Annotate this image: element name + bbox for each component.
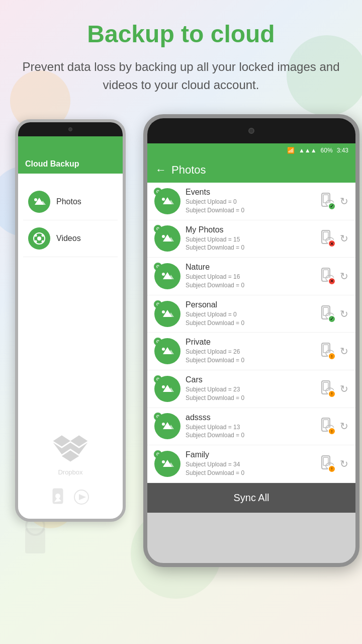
photo-name: My Photos bbox=[186, 225, 311, 234]
photos-icon bbox=[28, 191, 50, 213]
svg-point-71 bbox=[162, 385, 165, 388]
phones-area: Cloud Backup Photos bbox=[0, 114, 362, 582]
battery-text: 60% bbox=[321, 147, 333, 154]
front-app-header: ← Photos bbox=[147, 157, 355, 183]
photo-item[interactable]: ⚙ Cars Subject Upload = 23Subject Downlo… bbox=[147, 370, 355, 408]
photo-item[interactable]: ⚙ Nature Subject Upload = 16Subject Down… bbox=[147, 258, 355, 295]
photo-info: adssss Subject Upload = 13Subject Downlo… bbox=[186, 413, 311, 440]
svg-point-43 bbox=[162, 235, 165, 238]
status-dot: ↑ bbox=[328, 427, 336, 435]
cloud-icon-wrap: ✓ bbox=[316, 305, 336, 323]
photo-icon-wrap: ⚙ bbox=[154, 338, 180, 364]
svg-point-25 bbox=[42, 240, 44, 243]
cloud-icon-wrap: ↑ bbox=[316, 417, 336, 435]
svg-rect-59 bbox=[323, 307, 328, 315]
sync-all-bar[interactable]: Sync All bbox=[147, 483, 355, 513]
photo-actions: ✓ ↻ bbox=[316, 305, 348, 323]
cloud-icon-wrap: ✓ bbox=[316, 192, 336, 210]
sync-icon[interactable]: ↻ bbox=[340, 345, 348, 357]
svg-point-36 bbox=[162, 198, 165, 201]
photo-info: Private Subject Upload = 26Subject Downl… bbox=[186, 338, 311, 365]
front-camera bbox=[248, 128, 254, 134]
photo-item[interactable]: ⚙ adssss Subject Upload = 13Subject Down… bbox=[147, 408, 355, 446]
wifi-icon: 📶 bbox=[287, 147, 295, 154]
photo-upload: Subject Upload = 15Subject Download = 0 bbox=[186, 235, 311, 253]
svg-rect-38 bbox=[323, 195, 328, 203]
sync-icon[interactable]: ↻ bbox=[340, 458, 348, 470]
photo-upload: Subject Upload = 13Subject Download = 0 bbox=[186, 423, 311, 440]
photo-actions: ✓ ↻ bbox=[316, 192, 348, 210]
videos-icon bbox=[28, 227, 50, 250]
svg-point-21 bbox=[37, 236, 41, 240]
back-header: Cloud Backup bbox=[18, 154, 123, 174]
photo-upload: Subject Upload = 16Subject Download = 0 bbox=[186, 273, 311, 290]
photo-name: Nature bbox=[186, 263, 311, 272]
photo-item[interactable]: ⚙ My Photos Subject Upload = 15Subject D… bbox=[147, 220, 355, 258]
sync-icon[interactable]: ↻ bbox=[340, 420, 348, 432]
svg-point-22 bbox=[35, 234, 37, 237]
svg-point-85 bbox=[162, 460, 165, 463]
app-header-title: Photos bbox=[171, 164, 206, 177]
back-small-icons bbox=[50, 486, 90, 509]
svg-point-24 bbox=[35, 240, 37, 243]
svg-rect-45 bbox=[323, 232, 328, 240]
svg-point-50 bbox=[162, 273, 165, 276]
sync-icon[interactable]: ↻ bbox=[340, 232, 348, 245]
photo-circle bbox=[154, 413, 180, 439]
photo-icon-wrap: ⚙ bbox=[154, 225, 180, 252]
photo-info: Family Subject Upload = 34Subject Downlo… bbox=[186, 450, 311, 477]
photo-icon-wrap: ⚙ bbox=[154, 263, 180, 289]
photo-circle bbox=[154, 451, 180, 477]
photo-actions: ✕ ↻ bbox=[316, 229, 348, 248]
photo-circle bbox=[154, 225, 180, 252]
photo-icon-wrap: ⚙ bbox=[154, 301, 180, 327]
back-arrow-icon[interactable]: ← bbox=[155, 164, 166, 177]
cloud-icon-wrap: ↑ bbox=[316, 342, 336, 360]
svg-point-19 bbox=[34, 198, 37, 201]
photo-upload: Subject Upload = 0Subject Download = 0 bbox=[186, 310, 311, 328]
sync-icon[interactable]: ↻ bbox=[340, 383, 348, 395]
svg-point-64 bbox=[162, 348, 165, 351]
photo-name: Personal bbox=[186, 300, 311, 309]
photo-circle bbox=[154, 338, 180, 364]
back-phone: Cloud Backup Photos bbox=[15, 119, 126, 522]
photo-name: Family bbox=[186, 450, 311, 459]
front-statusbar: 📶 ▲▲▲ 60% 3:43 bbox=[147, 143, 355, 157]
svg-rect-66 bbox=[323, 345, 328, 353]
svg-rect-80 bbox=[323, 420, 328, 428]
svg-rect-73 bbox=[323, 382, 328, 390]
photo-info: Personal Subject Upload = 0Subject Downl… bbox=[186, 300, 311, 328]
status-dot: ↑ bbox=[328, 465, 336, 473]
photo-item[interactable]: ⚙ Events Subject Upload = 0Subject Downl… bbox=[147, 183, 355, 220]
photo-upload: Subject Upload = 34Subject Download = 0 bbox=[186, 460, 311, 477]
cloud-icon-wrap: ✕ bbox=[316, 229, 336, 248]
back-menu-photos[interactable]: Photos bbox=[23, 184, 118, 220]
photo-info: Nature Subject Upload = 16Subject Downlo… bbox=[186, 263, 311, 290]
photo-circle bbox=[154, 263, 180, 289]
cloud-icon-wrap: ↑ bbox=[316, 380, 336, 398]
sync-icon[interactable]: ↻ bbox=[340, 195, 348, 207]
photo-actions: ↑ ↻ bbox=[316, 380, 348, 398]
front-phone: 📶 ▲▲▲ 60% 3:43 ← Photos ⚙ bbox=[143, 114, 359, 567]
svg-marker-33 bbox=[79, 494, 86, 500]
signal-icon: ▲▲▲ bbox=[299, 147, 317, 154]
photo-icon-wrap: ⚙ bbox=[154, 451, 180, 477]
page-subtitle: Prevent data loss by backing up all your… bbox=[20, 58, 342, 94]
sync-icon[interactable]: ↻ bbox=[340, 270, 348, 282]
back-statusbar bbox=[18, 136, 123, 154]
photo-item[interactable]: ⚙ Private Subject Upload = 26Subject Dow… bbox=[147, 333, 355, 370]
photo-item[interactable]: ⚙ Family Subject Upload = 34Subject Down… bbox=[147, 445, 355, 483]
status-dot: ↑ bbox=[328, 390, 336, 398]
photo-icon-wrap: ⚙ bbox=[154, 188, 180, 214]
back-phone-screen: Cloud Backup Photos bbox=[18, 122, 123, 519]
svg-point-57 bbox=[162, 310, 165, 313]
photo-actions: ↑ ↻ bbox=[316, 455, 348, 473]
back-camera bbox=[68, 127, 72, 131]
back-menu-videos[interactable]: Videos bbox=[23, 220, 118, 257]
photo-item[interactable]: ⚙ Personal Subject Upload = 0Subject Dow… bbox=[147, 295, 355, 333]
photo-upload: Subject Upload = 26Subject Download = 0 bbox=[186, 348, 311, 365]
photo-icon-wrap: ⚙ bbox=[154, 376, 180, 402]
page-title: Backup to cloud bbox=[20, 20, 342, 48]
sync-icon[interactable]: ↻ bbox=[340, 308, 348, 320]
dropbox-label: Dropbox bbox=[58, 468, 82, 476]
